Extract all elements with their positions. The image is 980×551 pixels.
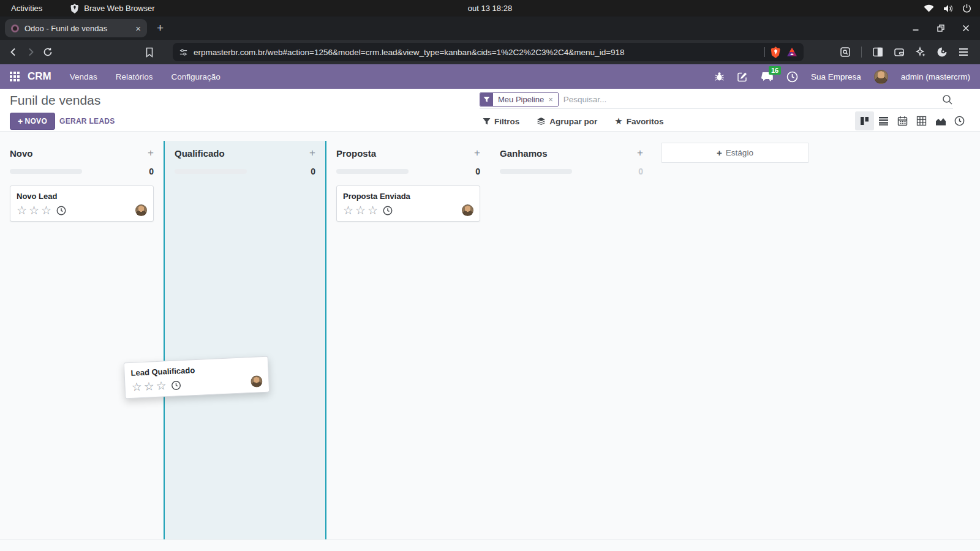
column-progressbar[interactable]	[175, 169, 247, 174]
favorites-button[interactable]: ★ Favoritos	[614, 116, 663, 127]
page-title: Funil de vendas	[10, 93, 100, 108]
plus-icon: +	[717, 148, 722, 158]
star-icon[interactable]: ☆	[41, 204, 51, 216]
brave-shield-icon	[70, 4, 79, 13]
priority-stars[interactable]: ☆ ☆ ☆	[17, 204, 51, 216]
company-name[interactable]: Sua Empresa	[811, 72, 861, 81]
browser-tab-bar: Odoo - Funil de vendas × +	[0, 17, 980, 40]
star-icon[interactable]: ☆	[156, 380, 167, 392]
close-window-button[interactable]	[962, 24, 970, 32]
column-progressbar[interactable]	[500, 169, 572, 174]
add-stage-button[interactable]: + Estágio	[662, 143, 809, 163]
focused-app-indicator[interactable]: Brave Web Browser	[70, 4, 154, 13]
back-button[interactable]	[5, 47, 22, 57]
pivot-view-button[interactable]	[912, 111, 931, 130]
quick-add-icon[interactable]: +	[309, 147, 315, 159]
apps-grid-icon[interactable]	[10, 72, 20, 81]
star-icon[interactable]: ☆	[368, 204, 378, 216]
menu-configuracao[interactable]: Configuração	[172, 72, 221, 81]
site-settings-icon[interactable]	[179, 48, 188, 57]
browser-tab-active[interactable]: Odoo - Funil de vendas ×	[5, 19, 147, 37]
activity-clock-icon[interactable]	[56, 206, 66, 216]
column-progressbar[interactable]	[336, 169, 409, 174]
quick-add-icon[interactable]: +	[474, 147, 480, 159]
search-facet-meu-pipeline[interactable]: Meu Pipeline ×	[480, 92, 559, 107]
card-title[interactable]: Novo Lead	[17, 192, 147, 201]
brave-shields-icon[interactable]	[771, 47, 781, 58]
divider	[764, 47, 765, 57]
search-magnifier-icon[interactable]	[942, 94, 953, 105]
leo-ai-sparkle-icon[interactable]	[915, 47, 926, 58]
wallet-icon[interactable]	[894, 47, 905, 58]
system-indicators[interactable]	[924, 4, 980, 13]
graph-view-button[interactable]	[931, 111, 950, 130]
filters-button[interactable]: Filtros	[483, 117, 519, 126]
messages-icon[interactable]: 16	[761, 71, 774, 82]
menu-vendas[interactable]: Vendas	[70, 72, 97, 81]
tab-close-icon[interactable]: ×	[135, 24, 141, 33]
bookmark-icon[interactable]	[141, 47, 158, 58]
minimize-button[interactable]	[911, 24, 920, 32]
star-icon[interactable]: ☆	[343, 204, 353, 216]
brave-rewards-icon[interactable]	[786, 47, 797, 57]
debug-bug-icon[interactable]	[714, 72, 725, 81]
group-by-button[interactable]: Agrupar por	[537, 117, 597, 126]
forward-button[interactable]	[22, 47, 39, 57]
list-view-button[interactable]	[874, 111, 893, 130]
search-input[interactable]	[564, 95, 942, 104]
address-bar[interactable]: erpmasterbr.com.br/web#action=1256&model…	[173, 43, 804, 61]
reload-button[interactable]	[39, 47, 56, 57]
search-tabs-icon[interactable]	[840, 47, 851, 58]
column-title[interactable]: Novo	[10, 148, 33, 159]
activity-view-button[interactable]	[950, 111, 969, 130]
calendar-view-button[interactable]	[893, 111, 912, 130]
compose-edit-icon[interactable]	[737, 72, 748, 82]
salesperson-avatar[interactable]	[135, 204, 147, 216]
star-icon[interactable]: ☆	[17, 204, 27, 216]
star-icon[interactable]: ☆	[143, 380, 154, 392]
priority-stars[interactable]: ☆ ☆ ☆	[343, 204, 378, 216]
salesperson-avatar[interactable]	[462, 204, 473, 216]
star-icon[interactable]: ☆	[131, 381, 142, 393]
url-text[interactable]: erpmasterbr.com.br/web#action=1256&model…	[194, 48, 759, 57]
menu-hamburger-icon[interactable]	[958, 47, 969, 57]
quick-add-icon[interactable]: +	[148, 147, 154, 159]
column-progressbar[interactable]	[10, 169, 82, 174]
facet-remove-icon[interactable]: ×	[548, 95, 553, 104]
search-bar[interactable]: Meu Pipeline ×	[480, 91, 953, 109]
kanban-board: Novo + 0 Novo Lead ☆ ☆ ☆	[0, 132, 980, 540]
column-counter: 0	[475, 167, 480, 176]
current-app-name[interactable]: CRM	[28, 70, 51, 83]
sidebar-icon[interactable]	[872, 47, 883, 58]
generate-leads-button[interactable]: GERAR LEADS	[59, 113, 115, 130]
new-tab-button[interactable]: +	[157, 21, 164, 35]
menu-relatorios[interactable]: Relatórios	[116, 72, 153, 81]
salesperson-avatar	[251, 375, 263, 388]
star-icon[interactable]: ☆	[355, 204, 366, 216]
priority-stars[interactable]: ☆ ☆ ☆	[131, 380, 167, 393]
new-button[interactable]: + NOVO	[10, 113, 55, 130]
kanban-card-novo-lead[interactable]: Novo Lead ☆ ☆ ☆	[10, 186, 154, 222]
dragged-card-lead-qualificado[interactable]: Lead Qualificado ☆ ☆ ☆	[124, 356, 270, 399]
browser-action-icons	[840, 47, 980, 58]
user-name[interactable]: admin (mastercrm)	[901, 72, 970, 81]
kanban-column-qualificado-drop-target[interactable]: Qualificado + 0	[164, 141, 326, 539]
tab-favicon-icon	[11, 24, 19, 32]
divider	[861, 47, 862, 58]
quick-add-icon[interactable]: +	[637, 147, 643, 159]
user-avatar[interactable]	[874, 70, 888, 84]
activities-button[interactable]: Activities	[0, 4, 53, 13]
kanban-view-button[interactable]	[855, 111, 874, 130]
card-title[interactable]: Proposta Enviada	[343, 192, 473, 201]
star-icon[interactable]: ☆	[29, 204, 39, 216]
column-title[interactable]: Qualificado	[175, 148, 225, 159]
activity-clock-icon[interactable]	[383, 206, 393, 216]
activities-clock-icon[interactable]	[786, 71, 798, 83]
kanban-column-novo: Novo + 0 Novo Lead ☆ ☆ ☆	[0, 141, 164, 539]
activity-clock-icon[interactable]	[171, 380, 181, 391]
kanban-card-proposta-enviada[interactable]: Proposta Enviada ☆ ☆ ☆	[336, 186, 480, 222]
column-title[interactable]: Ganhamos	[500, 148, 548, 159]
restore-button[interactable]	[937, 24, 945, 32]
column-title[interactable]: Proposta	[336, 148, 376, 159]
vpn-crescent-icon[interactable]	[937, 47, 948, 58]
